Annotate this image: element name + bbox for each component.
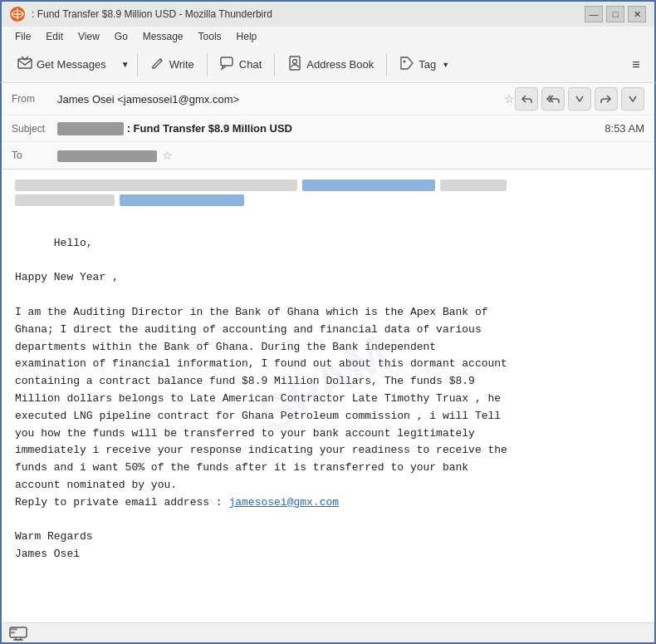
toolbar-separator-3 — [274, 53, 275, 76]
body-outro-text: Warm Regards James Osei — [15, 530, 93, 560]
toolbar: Get Messages ▼ Write Chat — [0, 47, 656, 83]
chat-button[interactable]: Chat — [211, 51, 271, 79]
toolbar-separator-2 — [207, 53, 208, 76]
blurred-line-2 — [440, 179, 507, 191]
to-value-blurred — [57, 150, 157, 162]
write-button[interactable]: Write — [141, 51, 203, 79]
menu-tools[interactable]: Tools — [192, 29, 228, 44]
get-messages-icon — [17, 56, 32, 74]
chat-label: Chat — [239, 58, 262, 71]
blurred-line-3 — [15, 194, 115, 206]
close-button[interactable]: ✕ — [628, 6, 646, 22]
menu-go[interactable]: Go — [108, 29, 135, 44]
message-body-text: Hello, Happy New Year , I am the Auditin… — [15, 218, 641, 581]
blurred-header-lines — [15, 179, 641, 206]
from-value: James Osei <jamesosei1@gmx.com> — [57, 93, 499, 106]
subject-row: Subject : Fund Transfer $8.9 Million USD… — [2, 116, 654, 142]
header-action-buttons — [515, 87, 644, 111]
tag-label: Tag — [419, 58, 436, 71]
toolbar-separator-1 — [137, 53, 138, 76]
menu-view[interactable]: View — [71, 29, 106, 44]
app-icon — [10, 7, 25, 22]
from-star-icon[interactable]: ☆ — [504, 92, 515, 106]
window-controls: — □ ✕ — [585, 6, 646, 22]
title-bar: : Fund Transfer $8.9 Million USD - Mozil… — [0, 0, 656, 27]
reply-all-button[interactable] — [541, 87, 565, 111]
menu-file[interactable]: File — [8, 29, 37, 44]
from-label: From — [12, 93, 57, 105]
to-label: To — [12, 150, 57, 161]
write-label: Write — [169, 58, 194, 71]
svg-rect-6 — [221, 57, 233, 66]
forward-button[interactable] — [595, 87, 618, 111]
chat-icon — [220, 56, 235, 74]
address-book-button[interactable]: Address Book — [278, 51, 383, 79]
more-actions-down[interactable] — [568, 87, 591, 111]
blurred-line-1 — [15, 179, 297, 191]
message-body: SPAM Hello, Happy New Year , I am the Au… — [2, 170, 654, 622]
reply-button[interactable] — [515, 87, 538, 111]
body-intro-text: Hello, Happy New Year , I am the Auditin… — [15, 237, 507, 509]
menu-edit[interactable]: Edit — [39, 29, 70, 44]
svg-point-9 — [404, 60, 406, 62]
get-messages-label: Get Messages — [37, 58, 106, 71]
toolbar-separator-4 — [386, 53, 387, 76]
tag-dropdown-icon: ▼ — [442, 61, 449, 69]
menu-bar: File Edit View Go Message Tools Help — [0, 27, 656, 47]
write-icon — [150, 56, 165, 74]
tag-button[interactable]: Tag ▼ — [390, 51, 458, 79]
subject-value: : Fund Transfer $8.9 Million USD — [57, 122, 605, 135]
message-time: 8:53 AM — [605, 122, 644, 135]
svg-line-5 — [160, 59, 162, 61]
address-book-label: Address Book — [306, 58, 374, 71]
minimize-button[interactable]: — — [585, 6, 603, 22]
connection-status-icon — [8, 626, 28, 641]
subject-blurred-prefix — [57, 122, 124, 135]
to-star-icon[interactable]: ☆ — [162, 149, 173, 162]
title-bar-left: : Fund Transfer $8.9 Million USD - Mozil… — [10, 7, 272, 22]
dropdown-arrow-icon: ▼ — [121, 60, 130, 69]
svg-rect-12 — [11, 628, 17, 631]
get-messages-dropdown[interactable]: ▼ — [117, 55, 134, 74]
message-header: From James Osei <jamesosei1@gmx.com> ☆ — [2, 83, 654, 170]
more-dropdown-button[interactable] — [621, 87, 644, 111]
hamburger-menu-button[interactable]: ≡ — [624, 53, 648, 76]
tag-icon — [399, 56, 414, 74]
svg-point-8 — [293, 59, 297, 63]
email-link[interactable]: jamesosei@gmx.com — [228, 496, 339, 509]
menu-message[interactable]: Message — [136, 29, 190, 44]
to-row: To ☆ — [2, 142, 654, 169]
subject-main-text: : Fund Transfer $8.9 Million USD — [127, 122, 292, 135]
svg-rect-13 — [11, 632, 15, 634]
blurred-link-line — [302, 179, 435, 191]
blurred-link-2 — [120, 194, 244, 206]
menu-help[interactable]: Help — [230, 29, 264, 44]
from-row: From James Osei <jamesosei1@gmx.com> ☆ — [2, 83, 654, 116]
get-messages-button[interactable]: Get Messages — [8, 51, 115, 79]
subject-label: Subject — [12, 123, 57, 135]
status-bar — [2, 622, 654, 642]
maximize-button[interactable]: □ — [606, 6, 624, 22]
message-container: From James Osei <jamesosei1@gmx.com> ☆ — [0, 83, 656, 644]
window-title: : Fund Transfer $8.9 Million USD - Mozil… — [32, 8, 272, 20]
address-book-icon — [287, 56, 302, 74]
